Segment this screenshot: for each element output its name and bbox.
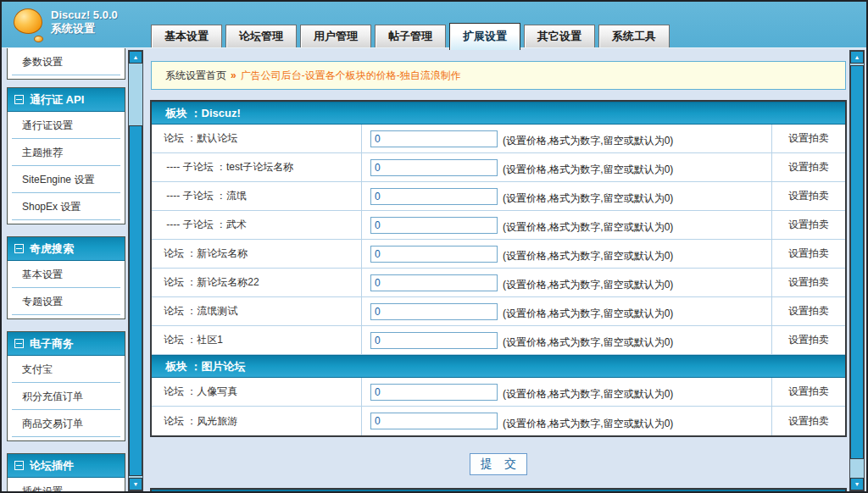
forum-label: 论坛 ：人像写真 xyxy=(152,378,362,406)
forum-row: 论坛 ：新论坛名称 (设置价格,格式为数字,留空或默认为0) 设置拍卖 xyxy=(152,240,845,269)
price-input[interactable] xyxy=(370,384,498,401)
tab-extended-settings[interactable]: 扩展设置 xyxy=(449,23,520,50)
sidebar-scrollbar[interactable]: ▲ ▼ xyxy=(128,50,143,491)
price-input[interactable] xyxy=(370,130,498,147)
submit-button[interactable]: 提 交 xyxy=(470,453,527,475)
price-input[interactable] xyxy=(370,413,498,429)
breadcrumb-separator: » xyxy=(231,69,236,81)
sidebar-group-qihoo-search: 奇虎搜索 基本设置 专题设置 xyxy=(7,236,125,319)
sidebar-item-alipay[interactable]: 支付宝 xyxy=(12,356,120,383)
sidebar-group-header[interactable]: 通行证 API xyxy=(8,88,125,112)
breadcrumb: 系统设置首页 » 广告公司后台-设置各个板块的价格-独自流浪制作 xyxy=(151,61,846,90)
collapse-icon xyxy=(14,244,24,253)
app-header: Discuz! 5.0.0 系统设置 基本设置 论坛管理 用户管理 帖子管理 扩… xyxy=(2,2,866,48)
tab-bar: 基本设置 论坛管理 用户管理 帖子管理 扩展设置 其它设置 系统工具 xyxy=(151,23,670,47)
tab-user-management[interactable]: 用户管理 xyxy=(300,25,371,47)
submit-row: 提 交 xyxy=(151,453,846,475)
price-input[interactable] xyxy=(370,217,498,234)
admin-window: Discuz! 5.0.0 系统设置 基本设置 论坛管理 用户管理 帖子管理 扩… xyxy=(0,0,868,493)
board-section-header-photos: 板块 ：图片论坛 xyxy=(152,355,845,378)
sidebar-item-plugin-settings[interactable]: 插件设置 xyxy=(12,478,120,493)
collapse-icon xyxy=(14,339,24,348)
forum-label: 论坛 ：流氓测试 xyxy=(152,297,362,325)
set-auction-link[interactable]: 设置拍卖 xyxy=(772,125,845,152)
price-input[interactable] xyxy=(370,303,498,320)
sidebar-group-header[interactable]: 电子商务 xyxy=(8,332,125,356)
price-input[interactable] xyxy=(370,274,498,291)
forum-row: ---- 子论坛 ：test子论坛名称 (设置价格,格式为数字,留空或默认为0)… xyxy=(152,153,845,182)
set-auction-link[interactable]: 设置拍卖 xyxy=(772,269,845,296)
sidebar-item-basic-settings[interactable]: 基本设置 xyxy=(12,261,120,288)
sidebar-group-title: 通行证 API xyxy=(30,92,84,108)
tab-basic-settings[interactable]: 基本设置 xyxy=(151,25,222,47)
board-section-header-discuz: 板块 ：Discuz! xyxy=(152,102,845,125)
forum-label: 论坛 ：默认论坛 xyxy=(152,125,362,152)
price-hint: (设置价格,格式为数字,留空或默认为0) xyxy=(503,412,673,431)
price-input[interactable] xyxy=(370,246,498,263)
discuz-logo-icon xyxy=(12,5,49,46)
sidebar-item-shopex-settings[interactable]: ShopEx 设置 xyxy=(12,193,120,220)
set-auction-link[interactable]: 设置拍卖 xyxy=(772,240,845,268)
sidebar-group-title: 奇虎搜索 xyxy=(30,241,74,257)
forum-row: ---- 子论坛 ：流氓 (设置价格,格式为数字,留空或默认为0) 设置拍卖 xyxy=(152,182,845,211)
price-hint: (设置价格,格式为数字,留空或默认为0) xyxy=(503,273,673,292)
page-scrollbar[interactable]: ▲ ▼ xyxy=(849,50,865,491)
sidebar-group-title: 论坛插件 xyxy=(30,458,74,474)
breadcrumb-root[interactable]: 系统设置首页 xyxy=(165,69,226,83)
set-auction-link[interactable]: 设置拍卖 xyxy=(772,378,845,406)
scroll-down-icon[interactable]: ▼ xyxy=(129,478,142,490)
sidebar-group-header[interactable]: 奇虎搜索 xyxy=(8,237,125,261)
sidebar-item-topic-recommend[interactable]: 主题推荐 xyxy=(12,139,120,166)
price-hint: (设置价格,格式为数字,留空或默认为0) xyxy=(503,215,673,235)
collapse-icon xyxy=(14,461,24,470)
forum-label: 论坛 ：新论坛名称 xyxy=(152,240,362,268)
forum-label: 论坛 ：风光旅游 xyxy=(152,407,362,435)
sidebar-item-param-settings[interactable]: 参数设置 xyxy=(12,48,120,75)
app-title-block: Discuz! 5.0.0 系统设置 xyxy=(51,8,118,36)
app-subtitle: 系统设置 xyxy=(51,22,118,36)
forum-row: 论坛 ：风光旅游 (设置价格,格式为数字,留空或默认为0) 设置拍卖 xyxy=(152,407,845,435)
forum-row: 论坛 ：默认论坛 (设置价格,格式为数字,留空或默认为0) 设置拍卖 xyxy=(152,125,845,153)
sidebar-group-params: 参数设置 xyxy=(7,48,125,80)
board-price-table: 板块 ：Discuz! 论坛 ：默认论坛 (设置价格,格式为数字,留空或默认为0… xyxy=(151,101,846,436)
set-auction-link[interactable]: 设置拍卖 xyxy=(772,153,845,181)
price-input[interactable] xyxy=(370,159,498,176)
price-input[interactable] xyxy=(370,188,498,205)
price-input[interactable] xyxy=(370,332,498,349)
tab-other-settings[interactable]: 其它设置 xyxy=(524,25,595,47)
tab-post-management[interactable]: 帖子管理 xyxy=(375,25,446,47)
sidebar-group-title: 电子商务 xyxy=(30,336,74,352)
forum-label: ---- 子论坛 ：test子论坛名称 xyxy=(152,153,362,181)
price-hint: (设置价格,格式为数字,留空或默认为0) xyxy=(503,244,673,263)
sidebar-item-topic-settings[interactable]: 专题设置 xyxy=(12,288,120,315)
forum-label: ---- 子论坛 ：流氓 xyxy=(152,182,362,210)
sidebar-item-trade-orders[interactable]: 商品交易订单 xyxy=(12,410,120,437)
set-auction-link[interactable]: 设置拍卖 xyxy=(772,211,845,239)
set-auction-link[interactable]: 设置拍卖 xyxy=(772,182,845,210)
tab-system-tools[interactable]: 系统工具 xyxy=(598,25,670,47)
forum-label: 论坛 ：新论坛名称22 xyxy=(152,269,362,296)
sidebar-group-header[interactable]: 论坛插件 xyxy=(8,454,125,478)
price-hint: (设置价格,格式为数字,留空或默认为0) xyxy=(503,129,673,148)
tab-forum-management[interactable]: 论坛管理 xyxy=(225,25,297,47)
scroll-up-icon[interactable]: ▲ xyxy=(129,51,142,64)
forum-row: 论坛 ：新论坛名称22 (设置价格,格式为数字,留空或默认为0) 设置拍卖 xyxy=(152,269,845,297)
scrollbar-thumb[interactable] xyxy=(129,125,142,476)
balloon-dot-icon xyxy=(34,36,43,42)
set-auction-link[interactable]: 设置拍卖 xyxy=(772,297,845,325)
scroll-up-icon[interactable]: ▲ xyxy=(850,51,864,64)
price-hint: (设置价格,格式为数字,留空或默认为0) xyxy=(503,330,673,350)
scrollbar-thumb[interactable] xyxy=(850,65,864,459)
forum-row: 论坛 ：人像写真 (设置价格,格式为数字,留空或默认为0) 设置拍卖 xyxy=(152,378,845,407)
sidebar-item-passport-settings[interactable]: 通行证设置 xyxy=(12,112,120,139)
sidebar-group-forum-plugins: 论坛插件 插件设置 插件管理 xyxy=(7,453,125,493)
set-auction-link[interactable]: 设置拍卖 xyxy=(772,326,845,354)
scroll-down-icon[interactable]: ▼ xyxy=(850,478,864,490)
set-auction-link[interactable]: 设置拍卖 xyxy=(772,407,845,435)
balloon-icon xyxy=(14,8,42,34)
collapse-icon xyxy=(14,95,24,104)
sidebar-item-siteengine-settings[interactable]: SiteEngine 设置 xyxy=(12,166,120,193)
forum-label: ---- 子论坛 ：武术 xyxy=(152,211,362,239)
sidebar-item-credit-orders[interactable]: 积分充值订单 xyxy=(12,383,120,410)
sidebar-group-ecommerce: 电子商务 支付宝 积分充值订单 商品交易订单 xyxy=(7,331,125,441)
